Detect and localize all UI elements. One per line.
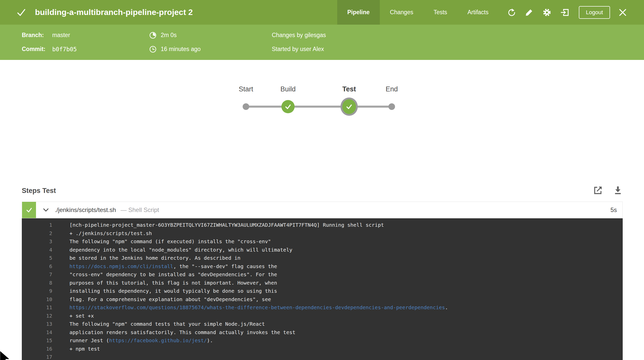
console-line: 6https://docs.npmjs.com/cli/install, the…: [22, 262, 623, 271]
console-line: 16+ npm test: [22, 345, 623, 353]
console-text-segment: runner Jest (: [69, 337, 109, 343]
line-text: be stored in the Jenkins home directory.…: [69, 254, 240, 262]
line-text: flag. For a comprehensive explanation ab…: [69, 295, 271, 304]
run-header: building-a-multibranch-pipeline-project …: [0, 0, 644, 25]
console-line: 4dependency into the local "node_modules…: [22, 246, 623, 254]
download-icon[interactable]: [613, 185, 623, 195]
console-text-segment: "cross-env" dependency to be installed a…: [69, 271, 277, 277]
node-label: Start: [223, 85, 269, 93]
node-label: End: [369, 85, 415, 93]
line-text: https://docs.npmjs.com/cli/install, the …: [69, 262, 277, 271]
step-duration: 5s: [611, 206, 617, 214]
open-in-new-icon[interactable]: [593, 185, 603, 195]
header-actions: Logout: [499, 0, 644, 25]
console-link[interactable]: https://stackoverflow.com/questions/1887…: [69, 304, 445, 310]
rerun-icon[interactable]: [506, 7, 516, 18]
line-number[interactable]: 12: [22, 312, 52, 320]
console-line: 17: [22, 353, 623, 360]
line-number[interactable]: 13: [22, 320, 52, 328]
console-text-segment: be stored in the Jenkins home directory.…: [69, 255, 240, 261]
line-number[interactable]: 14: [22, 328, 52, 337]
mouse-cursor: [0, 349, 11, 360]
node-success-circle[interactable]: [281, 100, 295, 113]
line-text: installing this dependency, it would typ…: [69, 287, 277, 295]
node-terminal-dot[interactable]: [243, 103, 249, 110]
node-label: Test: [326, 85, 372, 93]
console-line: 1[nch-pipeline-project_master-6O3YBZPEIT…: [22, 221, 623, 229]
line-text: The following "npm" command (if executed…: [69, 237, 271, 246]
node-label: Build: [265, 85, 311, 93]
step-subtitle: — Shell Script: [120, 206, 159, 214]
duration-value: 2m 0s: [161, 32, 177, 39]
step-title: ./jenkins/scripts/test.sh: [55, 206, 116, 214]
line-text: https://stackoverflow.com/questions/1887…: [69, 303, 448, 312]
console-text-segment: + ./jenkins/scripts/test.sh: [69, 230, 152, 236]
console-line: 14application renders satisfactorily. Th…: [22, 328, 623, 337]
node-success-circle[interactable]: [341, 97, 358, 116]
line-number[interactable]: 16: [22, 345, 52, 353]
run-info-bar: Branch: master Commit: b0f7b05 2m 0s: [0, 25, 644, 60]
page-title: building-a-multibranch-pipeline-project …: [35, 8, 193, 17]
pipeline-connector-line: [246, 106, 392, 108]
line-text: runner Jest (https://facebook.github.io/…: [69, 336, 213, 345]
console-line: 9installing this dependency, it would ty…: [22, 287, 623, 295]
console-text-segment: .: [445, 304, 448, 310]
close-icon[interactable]: [618, 7, 628, 18]
step-status-success: [22, 202, 36, 218]
line-number[interactable]: 6: [22, 262, 52, 271]
edit-icon[interactable]: [524, 7, 534, 18]
chevron-down-icon[interactable]: [43, 208, 49, 212]
console-line: 10flag. For a comprehensive explanation …: [22, 295, 623, 304]
line-text: + ./jenkins/scripts/test.sh: [69, 229, 152, 238]
line-number[interactable]: 15: [22, 336, 52, 345]
line-text: [nch-pipeline-project_master-6O3YBZPEITQ…: [69, 221, 384, 229]
tab-pipeline[interactable]: Pipeline: [337, 0, 380, 25]
console-line: 15runner Jest (https://facebook.github.i…: [22, 336, 623, 345]
console-line: 12+ set +x: [22, 312, 623, 320]
console-line: 7"cross-env" dependency to be installed …: [22, 270, 623, 279]
console-text-segment: The following "npm" command tests that y…: [69, 321, 265, 327]
steps-heading: Steps Test: [22, 187, 56, 195]
line-number[interactable]: 2: [22, 229, 52, 238]
branch-commit-column: Branch: master Commit: b0f7b05: [22, 28, 77, 56]
console-text-segment: dependency into the local "node_modules"…: [69, 247, 292, 253]
line-number[interactable]: 5: [22, 254, 52, 262]
line-number[interactable]: 10: [22, 295, 52, 304]
line-number[interactable]: 11: [22, 303, 52, 312]
line-text: purposes of this tutorial, this flag is …: [69, 279, 277, 287]
status-check-icon: [16, 7, 26, 18]
line-number[interactable]: 4: [22, 246, 52, 254]
console-link[interactable]: https://facebook.github.io/jest/: [109, 337, 207, 343]
logout-button[interactable]: Logout: [579, 6, 610, 19]
console-text-segment: ).: [207, 337, 213, 343]
step-row[interactable]: ./jenkins/scripts/test.sh — Shell Script…: [22, 202, 623, 218]
line-number[interactable]: 1: [22, 221, 52, 229]
tab-changes[interactable]: Changes: [380, 0, 423, 25]
line-number[interactable]: 7: [22, 270, 52, 279]
timing-column: 2m 0s 16 minutes ago: [149, 28, 201, 56]
line-number[interactable]: 9: [22, 287, 52, 295]
header-tabs: PipelineChangesTestsArtifacts: [337, 0, 499, 25]
console-line: 2+ ./jenkins/scripts/test.sh: [22, 229, 623, 238]
console-log: 1[nch-pipeline-project_master-6O3YBZPEIT…: [22, 218, 623, 360]
duration-icon: [149, 31, 157, 39]
line-text: The following "npm" command tests that y…: [69, 320, 265, 328]
console-text-segment: + set +x: [69, 313, 94, 319]
console-line: 3The following "npm" command (if execute…: [22, 237, 623, 246]
go-to-classic-icon[interactable]: [560, 7, 570, 18]
started-ago-row: 16 minutes ago: [149, 42, 201, 56]
tab-tests[interactable]: Tests: [423, 0, 457, 25]
console-text-segment: installing this dependency, it would typ…: [69, 288, 277, 294]
branch-label: Branch:: [22, 32, 52, 39]
line-number[interactable]: 3: [22, 237, 52, 246]
console-text-segment: , the "--save-dev" flag causes the: [173, 263, 277, 269]
console-text-segment: [nch-pipeline-project_master-6O3YBZPEITQ…: [69, 222, 384, 228]
node-terminal-dot[interactable]: [388, 103, 395, 110]
settings-icon[interactable]: [542, 7, 552, 18]
console-link[interactable]: https://docs.npmjs.com/cli/install: [69, 263, 173, 269]
tab-artifacts[interactable]: Artifacts: [457, 0, 499, 25]
line-number[interactable]: 8: [22, 279, 52, 287]
started-by: Started by user Alex: [272, 42, 326, 56]
line-number[interactable]: 17: [22, 353, 52, 360]
commit-value: b0f7b05: [52, 46, 77, 53]
